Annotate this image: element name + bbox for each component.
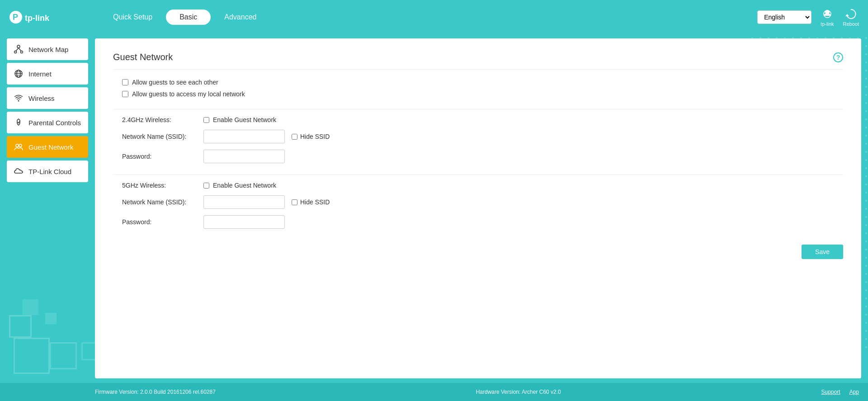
24ghz-password-input[interactable] <box>203 150 285 163</box>
support-link[interactable]: Support <box>821 389 840 395</box>
page-title: Guest Network <box>113 52 173 62</box>
5ghz-hide-ssid-checkbox[interactable] <box>292 199 297 205</box>
footer-links: Support App <box>821 389 859 395</box>
save-button[interactable]: Save <box>802 245 843 259</box>
header: P tp-link Quick Setup Basic Advanced Eng… <box>0 0 868 34</box>
24ghz-password-controls <box>203 150 285 163</box>
global-settings: Allow guests to see each other Allow gue… <box>113 79 843 98</box>
sidebar-item-guest-network-label: Guest Network <box>28 143 73 151</box>
firmware-version: Firmware Version: 2.0.0 Build 20161206 r… <box>95 389 216 395</box>
sidebar-item-parental-controls[interactable]: Parental Controls <box>7 112 88 133</box>
5ghz-password-label: Password: <box>122 218 203 226</box>
24ghz-ssid-label: Network Name (SSID): <box>122 133 203 140</box>
5ghz-password-input[interactable] <box>203 215 285 229</box>
sidebar-item-internet-label: Internet <box>28 70 52 78</box>
5ghz-ssid-controls: Hide SSID <box>203 195 330 209</box>
5ghz-enable-checkbox[interactable] <box>203 183 209 189</box>
24ghz-password-label: Password: <box>122 153 203 160</box>
24ghz-password-row: Password: <box>113 150 843 163</box>
5ghz-password-row: Password: <box>113 215 843 229</box>
svg-point-19 <box>16 144 19 147</box>
svg-point-18 <box>18 100 19 102</box>
logo: P tp-link <box>9 6 72 28</box>
hardware-version: Hardware Version: Archer C60 v2.0 <box>216 389 821 395</box>
allow-access-local-label: Allow guests to access my local network <box>132 90 245 98</box>
svg-point-20 <box>19 144 22 147</box>
guest-icon <box>14 142 23 151</box>
sidebar-item-internet[interactable]: Internet <box>7 63 88 85</box>
main-container: Network Map Internet Wireless <box>0 34 868 383</box>
tplink-btn[interactable]: tp-link <box>821 8 834 27</box>
24ghz-enable-checkbox[interactable] <box>203 117 209 123</box>
sidebar-item-parental-controls-label: Parental Controls <box>28 119 81 127</box>
reboot-btn[interactable]: Reboot <box>843 8 859 27</box>
internet-icon <box>14 69 23 78</box>
24ghz-header-row: 2.4GHz Wireless: Enable Guest Network <box>113 116 843 123</box>
allow-see-each-other-label: Allow guests to see each other <box>132 79 218 86</box>
allow-see-each-other-checkbox[interactable] <box>122 79 128 85</box>
5ghz-password-controls <box>203 215 285 229</box>
24ghz-hide-ssid-row: Hide SSID <box>292 133 330 140</box>
band-24ghz-section: 2.4GHz Wireless: Enable Guest Network Ne… <box>113 116 843 163</box>
tab-basic[interactable]: Basic <box>166 9 211 25</box>
parental-icon <box>14 118 23 127</box>
sidebar-item-wireless-label: Wireless <box>28 94 55 102</box>
24ghz-ssid-input[interactable] <box>203 130 285 143</box>
sidebar-item-guest-network[interactable]: Guest Network <box>7 136 88 158</box>
5ghz-hide-ssid-label: Hide SSID <box>300 198 330 206</box>
divider-2 <box>113 175 843 175</box>
24ghz-enable-label: Enable Guest Network <box>213 116 276 123</box>
wireless-icon <box>14 94 23 103</box>
24ghz-ssid-controls: Hide SSID <box>203 130 330 143</box>
tab-quick-setup[interactable]: Quick Setup <box>99 9 166 25</box>
24ghz-enable-controls: Enable Guest Network <box>203 116 276 123</box>
page-title-bar: Guest Network ? <box>113 52 843 70</box>
24ghz-hide-ssid-label: Hide SSID <box>300 133 330 140</box>
allow-access-local-checkbox[interactable] <box>122 91 128 97</box>
5ghz-hide-ssid-row: Hide SSID <box>292 198 330 206</box>
sidebar-item-tp-link-cloud-label: TP-Link Cloud <box>28 168 71 175</box>
5ghz-header-row: 5GHz Wireless: Enable Guest Network <box>113 182 843 189</box>
tab-advanced[interactable]: Advanced <box>211 9 270 25</box>
band-5ghz-section: 5GHz Wireless: Enable Guest Network Netw… <box>113 182 843 229</box>
language-select[interactable]: English Chinese German <box>757 10 811 24</box>
svg-text:tp-link: tp-link <box>25 14 50 23</box>
5ghz-enable-row: Enable Guest Network <box>203 182 276 189</box>
svg-text:P: P <box>13 13 18 22</box>
5ghz-enable-controls: Enable Guest Network <box>203 182 276 189</box>
5ghz-ssid-input[interactable] <box>203 195 285 209</box>
cloud-icon <box>14 167 23 176</box>
24ghz-enable-row: Enable Guest Network <box>203 116 276 123</box>
svg-point-8 <box>17 45 20 48</box>
5ghz-ssid-label: Network Name (SSID): <box>122 198 203 206</box>
5ghz-label: 5GHz Wireless: <box>122 182 203 189</box>
nav-tabs: Quick Setup Basic Advanced <box>99 9 757 25</box>
24ghz-label: 2.4GHz Wireless: <box>122 116 203 123</box>
allow-see-each-other-row: Allow guests to see each other <box>122 79 843 86</box>
sidebar: Network Map Internet Wireless <box>0 34 95 383</box>
sidebar-item-network-map-label: Network Map <box>28 46 68 53</box>
reboot-label: Reboot <box>843 21 859 27</box>
network-icon <box>14 45 23 54</box>
5ghz-enable-label: Enable Guest Network <box>213 182 276 189</box>
sidebar-item-wireless[interactable]: Wireless <box>7 87 88 109</box>
svg-marker-7 <box>845 14 849 16</box>
24ghz-hide-ssid-checkbox[interactable] <box>292 134 297 140</box>
sidebar-item-network-map[interactable]: Network Map <box>7 38 88 60</box>
sidebar-item-tp-link-cloud[interactable]: TP-Link Cloud <box>7 160 88 182</box>
5ghz-ssid-row: Network Name (SSID): Hide SSID <box>113 195 843 209</box>
help-icon[interactable]: ? <box>833 52 843 62</box>
app-link[interactable]: App <box>849 389 859 395</box>
svg-line-12 <box>19 48 21 51</box>
divider-1 <box>113 109 843 109</box>
tplink-label: tp-link <box>821 21 834 27</box>
header-right: English Chinese German tp-link Reboot <box>757 8 859 27</box>
content-area: Guest Network ? Allow guests to see each… <box>95 38 861 378</box>
24ghz-ssid-row: Network Name (SSID): Hide SSID <box>113 130 843 143</box>
footer: Firmware Version: 2.0.0 Build 20161206 r… <box>0 383 868 401</box>
svg-line-11 <box>16 48 19 51</box>
allow-access-local-row: Allow guests to access my local network <box>122 90 843 98</box>
